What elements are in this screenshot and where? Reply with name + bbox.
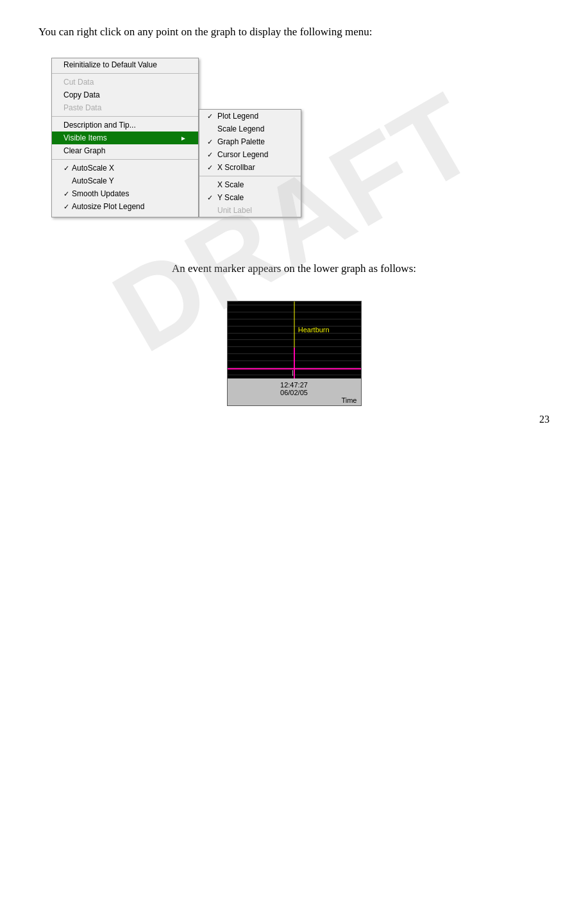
submenu-item-graph-palette[interactable]: ✓ Graph Palette — [199, 135, 301, 148]
check-y-scale: ✓ — [207, 194, 215, 202]
context-menu-main: Reinitialize to Default Value Cut Data C… — [51, 58, 199, 217]
menu-item-visible-items[interactable]: Visible Items ► — [52, 131, 198, 144]
submenu-item-x-scrollbar[interactable]: ✓ X Scrollbar — [199, 161, 301, 174]
graph-time-label: Time — [228, 396, 361, 404]
context-menu-area: Reinitialize to Default Value Cut Data C… — [51, 58, 550, 217]
check-plot-legend: ✓ — [207, 112, 215, 121]
pink-horizontal-line — [228, 368, 361, 369]
menu-item-smooth-updates[interactable]: ✓ Smooth Updates — [52, 187, 198, 200]
graph-footer: 12:47:27 06/02/05 Time — [228, 378, 361, 405]
check-autoscale-x: ✓ — [63, 164, 69, 173]
submenu-item-scale-legend[interactable]: ✓ Scale Legend — [199, 123, 301, 135]
menu-item-reinitialize[interactable]: Reinitialize to Default Value — [52, 58, 198, 71]
submenu-item-unit-label: ✓ Unit Label — [199, 204, 301, 217]
menu-item-paste: Paste Data — [52, 101, 198, 114]
submenu-separator-1 — [199, 176, 301, 176]
menu-item-copy[interactable]: Copy Data — [52, 89, 198, 101]
submenu-item-x-scale[interactable]: ✓ X Scale — [199, 178, 301, 191]
event-description: An event marker appears on the lower gra… — [38, 262, 550, 275]
submenu-item-plot-legend[interactable]: ✓ Plot Legend — [199, 110, 301, 123]
check-smooth-updates: ✓ — [63, 190, 69, 198]
page-number: 23 — [539, 414, 550, 425]
check-graph-palette: ✓ — [207, 138, 215, 146]
menu-item-autosize-legend[interactable]: ✓ Autosize Plot Legend — [52, 200, 198, 213]
menu-item-autoscale-y[interactable]: ✓ AutoScale Y — [52, 174, 198, 187]
menu-separator-2 — [52, 116, 198, 117]
check-cursor-legend: ✓ — [207, 151, 215, 159]
menu-item-cut: Cut Data — [52, 76, 198, 89]
context-menu-submenu: ✓ Plot Legend ✓ Scale Legend ✓ Graph Pal… — [199, 109, 301, 217]
menu-item-description[interactable]: Description and Tip... — [52, 119, 198, 131]
menu-item-clear-graph[interactable]: Clear Graph — [52, 144, 198, 157]
intro-text: You can right click on any point on the … — [38, 26, 550, 38]
menu-separator-1 — [52, 73, 198, 74]
event-marker-container: Heartburn | 12:47:27 06/02/05 Time — [225, 301, 363, 406]
graph-area: Heartburn | — [228, 301, 361, 378]
submenu-item-y-scale[interactable]: ✓ Y Scale — [199, 191, 301, 204]
heartburn-label: Heartburn — [298, 326, 330, 334]
check-autosize-legend: ✓ — [63, 203, 69, 211]
yellow-vertical-line — [294, 301, 294, 348]
tick-mark: | — [292, 369, 294, 376]
event-marker-graph: Heartburn | 12:47:27 06/02/05 Time — [227, 301, 362, 406]
menu-separator-3 — [52, 159, 198, 160]
submenu-item-cursor-legend[interactable]: ✓ Cursor Legend — [199, 148, 301, 161]
check-x-scrollbar: ✓ — [207, 164, 215, 172]
graph-time-line2: 06/02/05 — [228, 389, 361, 396]
graph-time-line1: 12:47:27 — [228, 381, 361, 389]
submenu-arrow: ► — [180, 135, 187, 142]
menu-item-autoscale-x[interactable]: ✓ AutoScale X — [52, 162, 198, 174]
